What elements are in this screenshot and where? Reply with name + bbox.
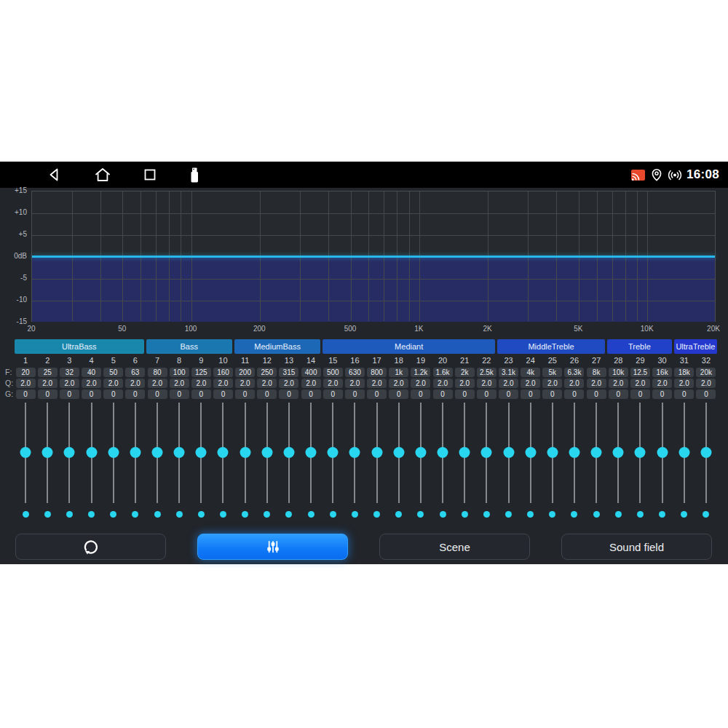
q-value-chip: 2.0 <box>257 379 277 388</box>
back-icon[interactable] <box>47 167 63 183</box>
scene-button[interactable]: Scene <box>379 534 530 560</box>
slider-thumb[interactable] <box>415 447 426 458</box>
x-axis-tick-label: 500 <box>339 325 361 333</box>
eq-gain-slider[interactable] <box>124 403 146 503</box>
channel-indicator-dot <box>571 511 577 518</box>
eq-gain-slider[interactable] <box>168 403 190 503</box>
eq-gain-slider[interactable] <box>652 403 673 503</box>
eq-gain-slider[interactable] <box>366 403 388 503</box>
slider-thumb[interactable] <box>174 447 185 458</box>
dot-cell <box>366 510 388 518</box>
eq-gain-slider[interactable] <box>58 403 80 503</box>
slider-thumb[interactable] <box>459 447 470 458</box>
slider-thumb[interactable] <box>283 447 294 458</box>
slider-thumb[interactable] <box>152 447 163 458</box>
frequency-value-chip: 18k <box>674 368 694 377</box>
channel-indicator-dot <box>373 511 380 518</box>
chip-cell: 2.0 <box>58 379 80 388</box>
slider-thumb[interactable] <box>591 447 602 458</box>
eq-gain-slider[interactable] <box>212 403 234 503</box>
eq-gain-slider[interactable] <box>497 403 519 503</box>
slider-thumb[interactable] <box>371 447 382 458</box>
chip-cell: 0 <box>103 389 124 399</box>
slider-thumb[interactable] <box>547 447 558 458</box>
eq-gain-slider[interactable] <box>15 403 36 503</box>
recents-icon[interactable] <box>143 167 157 183</box>
eq-gain-slider[interactable] <box>322 403 344 503</box>
eq-gain-slider[interactable] <box>454 403 475 503</box>
slider-thumb[interactable] <box>261 447 272 458</box>
channel-indicator-dot <box>505 511 512 518</box>
eq-gain-slider[interactable] <box>695 403 717 503</box>
eq-gain-slider[interactable] <box>80 403 102 503</box>
eq-gain-slider[interactable] <box>103 403 124 503</box>
x-axis-tick-label: 200 <box>248 325 270 333</box>
sound-field-button[interactable]: Sound field <box>561 534 712 560</box>
eq-gain-slider[interactable] <box>410 403 432 503</box>
gain-value-chip: 0 <box>148 389 167 399</box>
eq-gain-slider[interactable] <box>278 403 300 503</box>
slider-thumb[interactable] <box>525 447 536 458</box>
chip-cell: 125 <box>190 368 212 377</box>
slider-thumb[interactable] <box>678 447 689 458</box>
chip-cell: 2k <box>454 368 475 377</box>
eq-gain-slider[interactable] <box>629 403 651 503</box>
eq-gain-slider[interactable] <box>607 403 629 503</box>
slider-thumb[interactable] <box>64 447 75 458</box>
eq-gain-slider[interactable] <box>190 403 212 503</box>
slider-thumb[interactable] <box>635 447 646 458</box>
slider-thumb[interactable] <box>42 447 53 458</box>
slider-thumb[interactable] <box>657 447 668 458</box>
slider-thumb[interactable] <box>20 447 31 458</box>
eq-gain-slider[interactable] <box>585 403 607 503</box>
chip-cell: 0 <box>124 389 146 399</box>
x-axis-tick-label: 20K <box>703 325 724 333</box>
eq-gain-slider[interactable] <box>344 403 365 503</box>
chip-cell: 2.0 <box>344 379 365 388</box>
reset-button[interactable] <box>15 534 166 560</box>
eq-gain-slider[interactable] <box>234 403 256 503</box>
slider-thumb[interactable] <box>349 447 360 458</box>
slider-thumb[interactable] <box>503 447 514 458</box>
channel-indicator-dot <box>242 511 248 518</box>
slider-thumb[interactable] <box>393 447 404 458</box>
equalizer-button[interactable] <box>197 534 348 560</box>
frequency-value-chip: 8k <box>587 368 606 377</box>
eq-gain-slider[interactable] <box>300 403 322 503</box>
slider-thumb[interactable] <box>306 447 317 458</box>
chip-cell: 0 <box>300 389 322 399</box>
eq-gain-slider[interactable] <box>673 403 695 503</box>
home-icon[interactable] <box>94 167 111 183</box>
equalizer-sliders-icon <box>264 537 282 556</box>
eq-gain-slider[interactable] <box>36 403 58 503</box>
chip-cell: 0 <box>497 389 519 399</box>
eq-gain-slider[interactable] <box>475 403 497 503</box>
eq-gain-slider[interactable] <box>146 403 168 503</box>
eq-gain-slider[interactable] <box>256 403 278 503</box>
band-header-bass: Bass <box>146 339 232 354</box>
slider-thumb[interactable] <box>130 447 141 458</box>
eq-gain-slider[interactable] <box>563 403 585 503</box>
slider-thumb[interactable] <box>569 447 579 458</box>
slider-thumb[interactable] <box>218 447 229 458</box>
chip-cell: 2.0 <box>190 379 212 388</box>
gain-value-chip: 0 <box>60 389 79 399</box>
slider-thumb[interactable] <box>438 447 448 458</box>
gain-value-chip: 0 <box>542 389 562 399</box>
channel-number: 5 <box>103 356 124 365</box>
slider-thumb[interactable] <box>328 447 339 458</box>
eq-gain-slider[interactable] <box>432 403 454 503</box>
chip-cell: 2.0 <box>80 379 102 388</box>
channel-number: 9 <box>190 356 212 365</box>
usb-icon[interactable] <box>188 167 201 184</box>
slider-thumb[interactable] <box>613 447 624 458</box>
slider-thumb[interactable] <box>108 447 119 458</box>
slider-thumb[interactable] <box>481 447 492 458</box>
slider-thumb[interactable] <box>700 447 711 458</box>
slider-thumb[interactable] <box>196 447 207 458</box>
eq-gain-slider[interactable] <box>520 403 542 503</box>
eq-gain-slider[interactable] <box>542 403 563 503</box>
eq-gain-slider[interactable] <box>388 403 410 503</box>
slider-thumb[interactable] <box>240 447 250 458</box>
slider-thumb[interactable] <box>86 447 97 458</box>
